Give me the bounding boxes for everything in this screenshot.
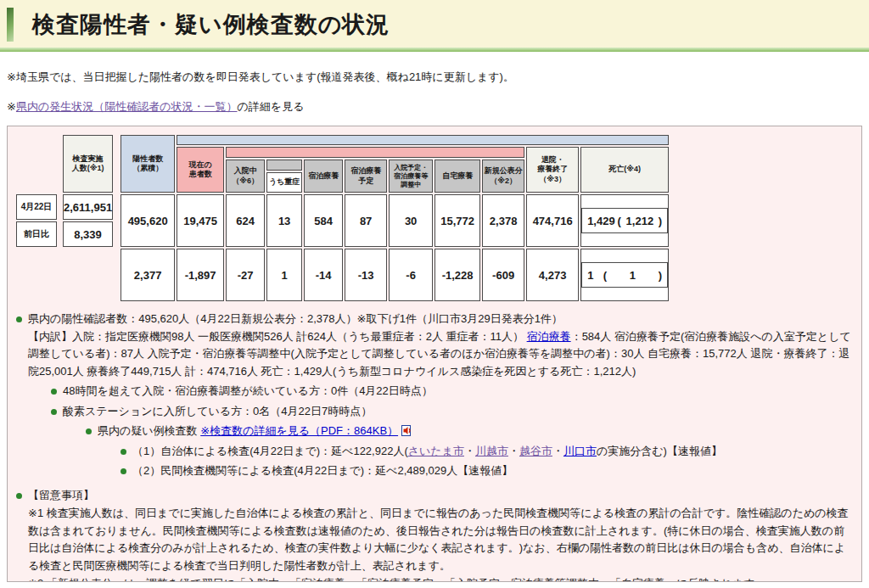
cell-current: 19,475 (177, 194, 224, 247)
diff-current: -1,897 (177, 249, 224, 301)
diff-adjusting: -6 (389, 249, 433, 301)
cell-severe: 13 (266, 194, 302, 247)
diff-hospitalized: -27 (226, 249, 265, 301)
city-separator: ・ (508, 445, 519, 457)
list-item-private-tests: （2）民間検査機関等による検査(4月22日まで)：延べ2,489,029人【速報… (119, 462, 853, 480)
list-item-suspected-tests: 県内の疑い例検査数 ※検査数の詳細を見る（PDF：864KB） （1）自治体によ… (84, 423, 853, 480)
diff-discharged: 4,273 (526, 249, 579, 301)
detail-note-suffix: の詳細を見る (238, 100, 305, 113)
blank-corner-cell (16, 135, 57, 193)
diff-positive-cum: 2,377 (121, 249, 175, 301)
detail-note: ※県内の発生状況（陽性確認者の状況・一覧）の詳細を見る (7, 99, 869, 115)
breakdown-line: 【内訳】入院：指定医療機関98人 一般医療機関526人 計624人（うち最重症者… (28, 328, 853, 381)
private-tests-text: （2）民間検査機関等による検査(4月22日まで)：延べ2,489,029人【速報… (132, 464, 513, 477)
header-severe: うち重症 (266, 172, 302, 193)
remarks-block: ※1 検査実施人数は、同日までに実施した自治体による検査の累計と、同日までに報告… (28, 505, 853, 582)
deaths-diff-total: 1 (587, 269, 593, 282)
remarks-title: 【留意事項】 (28, 487, 853, 505)
header-discharged: 退院・ 療養終了 （※3） (526, 147, 579, 193)
paren-open: ( (618, 215, 621, 227)
header-hotel-planned: 宿泊療養 予定 (345, 160, 387, 193)
bullet-icon (51, 389, 57, 395)
title-accent-bar (7, 8, 14, 42)
gray-spacer (266, 160, 302, 171)
cell-hospitalized: 624 (226, 194, 265, 247)
diff-new-announced: -609 (482, 249, 524, 301)
bullet-icon (16, 493, 22, 499)
bullet-icon (121, 468, 126, 474)
cell-adjusting: 30 (389, 194, 433, 247)
update-note: ※埼玉県では、当日把握した陽性者の数を即日発表しています(報道発表後、概ね21時… (7, 70, 869, 85)
cell-positive-cum: 495,620 (121, 194, 175, 247)
summary-tables: 4月22日 前日比 検査実施 人数(※1) 2,611,951 8,339 陽性… (14, 133, 853, 303)
cell-new-announced: 2,378 (482, 194, 524, 247)
hotel-care-link[interactable]: 宿泊療養 (527, 330, 571, 343)
audio-readout-icon[interactable] (401, 425, 413, 436)
cell-home: 15,772 (434, 194, 480, 247)
page-title: 検査陽性者・疑い例検査数の状況 (0, 0, 869, 40)
tested-count-table: 検査実施 人数(※1) 2,611,951 8,339 (61, 133, 115, 249)
cell-hotel-planned: 87 (345, 194, 387, 247)
bullet-icon (16, 316, 22, 322)
diff-deaths: 1(1) (580, 249, 669, 301)
bullet-icon (86, 428, 92, 434)
diff-hotel: -14 (304, 249, 343, 301)
kawaguchi-city-link[interactable]: 川口市 (563, 445, 597, 457)
header-deaths: 死亡(※4) (580, 147, 669, 193)
paren-open: ( (603, 269, 607, 282)
prefecture-status-link[interactable]: 県内の発生状況（陽性確認者の状況・一覧） (16, 100, 238, 113)
data-panel: 4月22日 前日比 検査実施 人数(※1) 2,611,951 8,339 陽性… (7, 126, 862, 582)
list-item-remarks: 【留意事項】 ※1 検査実施人数は、同日までに実施した自治体による検査の累計と、… (14, 487, 853, 582)
header-hospitalized: 入院中 （※6） (226, 160, 265, 193)
row-label-date: 4月22日 (16, 194, 57, 220)
oxygen-station-text: 酸素ステーションに入所している方：0名（4月22日7時時点） (63, 405, 372, 417)
header-new-announced: 新規公表分 （※2） (482, 160, 524, 193)
diff-home: -1,228 (434, 249, 480, 301)
pink-band (226, 147, 524, 158)
row-label-table: 4月22日 前日比 (14, 133, 59, 249)
remark-2: ※2 「新規公表分」は、調整を経て翌日に「入院中」「宿泊療養」「宿泊療養予定」「… (28, 575, 853, 582)
city-separator: ・ (464, 445, 475, 457)
municipal-post: の実施分含む)【速報値】 (597, 445, 722, 457)
cell-hotel: 584 (304, 194, 343, 247)
diff-hotel-planned: -13 (345, 249, 387, 301)
tested-header-cell: 検査実施 人数(※1) (63, 135, 113, 193)
saitama-city-link[interactable]: さいたま市 (408, 445, 464, 457)
list-item-oxygen-station: 酸素ステーションに入所している方：0名（4月22日7時時点） 県内の疑い例検査数… (49, 403, 853, 480)
header-positive-cum: 陽性者数 （累積） (121, 135, 175, 193)
remark-1: ※1 検査実施人数は、同日までに実施した自治体による検査の累計と、同日までに報告… (28, 505, 853, 574)
positive-count-line: 県内の陽性確認者数：495,620人（4月22日新規公表分：2,378人）※取下… (28, 311, 853, 328)
header-hotel: 宿泊療養 (304, 160, 343, 193)
bullet-icon (121, 449, 126, 455)
cell-deaths: 1,429(1,212) (580, 194, 669, 247)
deaths-diff-covid-cause: 1 (616, 269, 648, 282)
row-label-diff: 前日比 (16, 221, 57, 247)
kawagoe-city-link[interactable]: 川越市 (475, 445, 508, 457)
city-separator: ・ (552, 445, 563, 457)
bullet-icon (51, 409, 57, 415)
list-item-positive-count: 県内の陽性確認者数：495,620人（4月22日新規公表分：2,378人）※取下… (14, 311, 853, 480)
deaths-total: 1,429 (587, 215, 615, 227)
koshigaya-city-link[interactable]: 越谷市 (519, 445, 552, 457)
municipal-pre: （1）自治体による検査(4月22日まで)：延べ122,922人( (132, 445, 408, 457)
header-adjusting: 入院予定・ 宿泊療養等 調整中 (389, 160, 433, 193)
deaths-covid-cause: 1,212 (624, 215, 656, 227)
adjust-over-48h-text: 48時間を超えて入院・宿泊療養調整が続いている方：0件（4月22日時点） (63, 384, 433, 397)
header-home: 自宅療養 (434, 160, 480, 193)
list-item-municipal-tests: （1）自治体による検査(4月22日まで)：延べ122,922人(さいたま市・川越… (119, 443, 853, 461)
detail-list: 県内の陽性確認者数：495,620人（4月22日新規公表分：2,378人）※取下… (14, 311, 853, 582)
header-divider (0, 48, 869, 52)
tested-diff-cell: 8,339 (63, 221, 113, 247)
suspected-tests-label: 県内の疑い例検査数 (98, 424, 200, 437)
header-current-patients: 現在の 患者数 (177, 147, 224, 193)
paren-close: ) (659, 269, 662, 282)
detail-note-prefix: ※ (7, 100, 16, 113)
cell-discharged: 474,716 (526, 194, 579, 247)
blue-band (177, 135, 669, 145)
test-detail-pdf-link[interactable]: ※検査数の詳細を見る（PDF：864KB） (200, 424, 398, 437)
tested-value-cell: 2,611,951 (63, 194, 113, 220)
diff-severe: 1 (266, 249, 302, 301)
positive-cases-table: 陽性者数 （累積） 現在の 患者数 退院・ 療養終了 （※3） 死亡(※4) 入… (119, 133, 670, 303)
page-header: 検査陽性者・疑い例検査数の状況 (0, 0, 869, 48)
list-item-48h: 48時間を超えて入院・宿泊療養調整が続いている方：0件（4月22日時点） (49, 383, 853, 400)
